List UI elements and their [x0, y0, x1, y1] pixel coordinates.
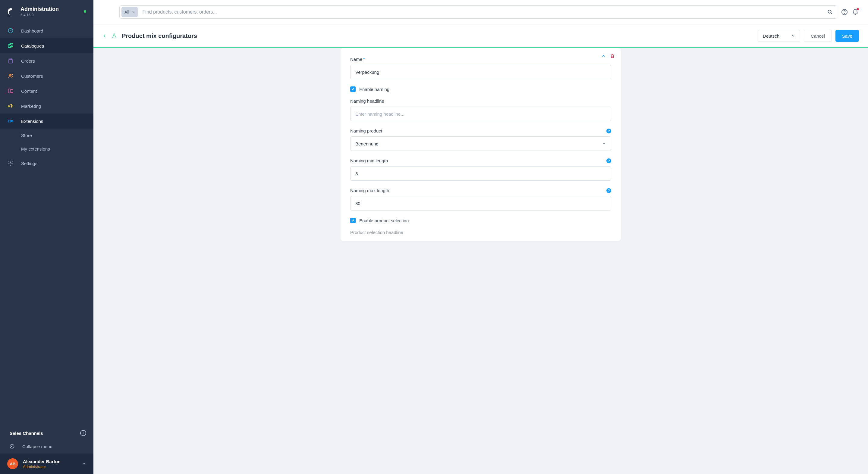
naming-max-label: Naming max length: [350, 188, 389, 193]
field-name: Name *: [350, 57, 611, 79]
naming-product-select[interactable]: Benennung: [350, 136, 611, 151]
orders-icon: [7, 58, 14, 64]
collapse-card-button[interactable]: [601, 54, 606, 59]
add-sales-channel-button[interactable]: [80, 430, 86, 436]
user-panel[interactable]: AB Alexander Barton Administrator: [0, 453, 93, 474]
collapse-menu-label: Collapse menu: [22, 444, 53, 449]
sidebar-header: Administration 6.4.16.0: [0, 0, 93, 23]
content-icon: [7, 88, 14, 94]
main: All Product mix c: [93, 0, 868, 474]
naming-product-value: Benennung: [355, 141, 378, 146]
enable-naming-label: Enable naming: [359, 87, 390, 92]
name-input[interactable]: [350, 65, 611, 79]
form-card: Name * Enable naming Naming headline: [341, 48, 621, 241]
naming-product-label: Naming product: [350, 128, 382, 133]
language-value: Deutsch: [763, 33, 779, 39]
notifications-button[interactable]: [852, 8, 859, 16]
sidebar-item-label: Marketing: [21, 104, 41, 109]
naming-max-input[interactable]: [350, 196, 611, 210]
search-input[interactable]: [140, 9, 823, 15]
field-naming-min: Naming min length ?: [350, 158, 611, 181]
chevron-down-icon: [792, 34, 795, 38]
sidebar-item-customers[interactable]: Customers: [0, 68, 93, 83]
svg-point-19: [844, 13, 845, 13]
help-button[interactable]: [841, 8, 848, 16]
svg-point-16: [828, 10, 831, 13]
naming-headline-input[interactable]: [350, 107, 611, 121]
sidebar-item-label: Content: [21, 89, 37, 94]
app-logo-icon: [7, 7, 16, 16]
sidebar-subitem-my-extensions[interactable]: My extensions: [0, 142, 93, 156]
sidebar-item-dashboard[interactable]: Dashboard: [0, 23, 93, 38]
required-indicator: *: [363, 57, 365, 62]
sales-channels-label: Sales Channels: [10, 431, 43, 436]
sidebar-item-label: My extensions: [21, 146, 50, 151]
customers-icon: [7, 73, 14, 79]
extensions-icon: [7, 118, 14, 124]
sidebar-subitem-store[interactable]: Store: [0, 129, 93, 142]
language-select[interactable]: Deutsch: [758, 30, 800, 42]
search-filter-dropdown[interactable]: All: [121, 7, 138, 17]
sidebar-item-content[interactable]: Content: [0, 83, 93, 99]
svg-point-5: [11, 74, 12, 75]
help-badge-button[interactable]: ?: [607, 159, 611, 163]
notification-badge: [857, 8, 859, 10]
svg-rect-6: [8, 89, 10, 93]
dashboard-icon: [7, 27, 14, 34]
sidebar-item-label: Extensions: [21, 118, 43, 124]
app-title: Administration: [21, 6, 59, 12]
main-nav: Dashboard Catalogues Orders Customers: [0, 23, 93, 424]
marketing-icon: [7, 103, 14, 109]
svg-rect-3: [9, 59, 12, 63]
enable-product-selection-label: Enable product selection: [359, 218, 409, 223]
sidebar-item-label: Dashboard: [21, 28, 43, 33]
cancel-button[interactable]: Cancel: [804, 30, 832, 42]
avatar: AB: [7, 458, 18, 469]
collapse-menu-button[interactable]: Collapse menu: [0, 439, 93, 453]
sidebar: Administration 6.4.16.0 Dashboard Catalo…: [0, 0, 93, 474]
status-indicator: [84, 10, 86, 13]
enable-product-selection-checkbox[interactable]: [350, 218, 355, 223]
user-role: Administrator: [23, 464, 61, 469]
chevron-up-icon: [82, 462, 86, 466]
chevron-down-icon: [602, 141, 606, 146]
sidebar-item-extensions[interactable]: Extensions: [0, 113, 93, 129]
svg-point-12: [10, 163, 11, 164]
app-version: 6.4.16.0: [21, 13, 59, 17]
field-product-selection-headline: Product selection headline: [350, 230, 611, 235]
search-icon[interactable]: [823, 9, 837, 15]
sidebar-item-marketing[interactable]: Marketing: [0, 99, 93, 113]
catalogues-icon: [7, 42, 14, 49]
sidebar-item-label: Store: [21, 133, 32, 138]
sidebar-item-label: Settings: [21, 161, 37, 166]
naming-min-label: Naming min length: [350, 158, 388, 163]
sidebar-item-catalogues[interactable]: Catalogues: [0, 38, 93, 53]
help-badge-button[interactable]: ?: [607, 188, 611, 193]
sidebar-item-label: Orders: [21, 59, 35, 64]
svg-rect-10: [8, 120, 11, 122]
topbar: All: [93, 0, 868, 24]
search-filter-label: All: [124, 10, 129, 14]
flask-icon: [112, 33, 117, 39]
page-title: Product mix configurators: [122, 33, 197, 39]
naming-min-input[interactable]: [350, 166, 611, 181]
svg-line-17: [831, 13, 832, 14]
svg-point-15: [10, 444, 14, 448]
help-badge-button[interactable]: ?: [607, 129, 611, 133]
sales-channels-header: Sales Channels: [0, 424, 93, 439]
save-button[interactable]: Save: [835, 30, 859, 42]
name-label: Name: [350, 57, 362, 62]
chevron-down-icon: [132, 10, 135, 13]
sidebar-item-settings[interactable]: Settings: [0, 156, 93, 171]
field-naming-headline: Naming headline: [350, 99, 611, 121]
enable-naming-checkbox[interactable]: [350, 87, 355, 92]
field-naming-product: Naming product ? Benennung: [350, 128, 611, 151]
back-button[interactable]: [102, 34, 107, 38]
svg-point-4: [9, 74, 10, 76]
content-area: Name * Enable naming Naming headline: [93, 48, 868, 474]
field-naming-max: Naming max length ?: [350, 188, 611, 210]
sidebar-item-orders[interactable]: Orders: [0, 53, 93, 68]
product-selection-headline-label: Product selection headline: [350, 230, 403, 235]
delete-card-button[interactable]: [610, 54, 615, 59]
search-bar: All: [119, 5, 837, 19]
